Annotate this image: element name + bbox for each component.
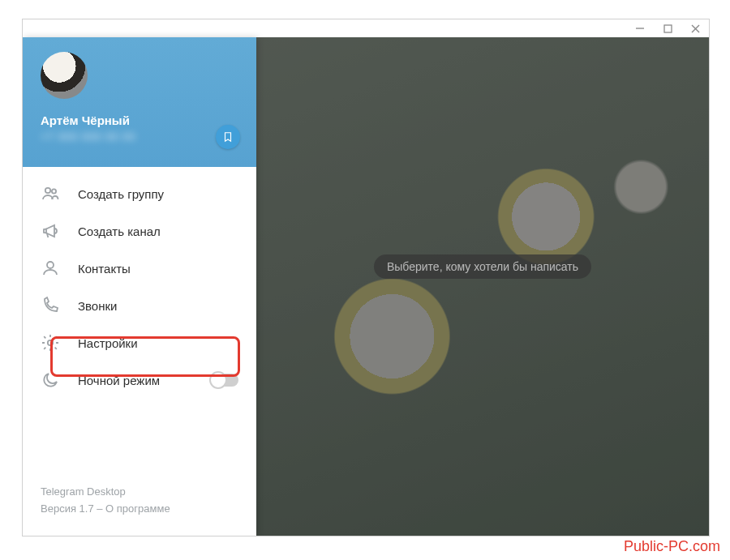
app-window: Артём Чёрный +7 000 000 00 00 Создать гр… [22,19,710,536]
menu-item-settings[interactable]: Настройки [23,324,256,361]
bookmark-icon [222,131,234,143]
titlebar [23,19,709,37]
sidebar: Артём Чёрный +7 000 000 00 00 Создать гр… [23,37,256,536]
menu-label: Звонки [78,299,238,313]
main-background: Выберите, кому хотели бы написать [256,37,709,536]
phone-number: +7 000 000 00 00 [41,130,238,143]
saved-messages-button[interactable] [216,125,240,149]
gear-icon [41,333,60,353]
empty-state-text: Выберите, кому хотели бы написать [374,254,591,279]
footer-about-link[interactable]: О программе [105,502,170,515]
moon-icon [41,370,60,390]
main-overlay [256,37,709,536]
footer: Telegram Desktop Версия 1.7 – О программ… [23,484,256,536]
svg-point-5 [52,189,56,193]
menu-label: Контакты [78,262,238,276]
menu-label: Создать канал [78,224,238,238]
footer-app-name: Telegram Desktop [41,484,238,501]
megaphone-icon [41,221,60,241]
phone-icon [41,296,60,315]
window-close-button[interactable] [686,19,704,37]
avatar[interactable] [41,52,88,99]
svg-point-7 [48,340,53,345]
watermark: Public-PC.com [624,538,720,555]
menu-item-calls[interactable]: Звонки [23,287,256,324]
profile-header: Артём Чёрный +7 000 000 00 00 [23,37,256,167]
menu: Создать группу Создать канал Контакты [23,167,256,407]
menu-item-create-channel[interactable]: Создать канал [23,212,256,250]
menu-item-create-group[interactable]: Создать группу [23,175,256,212]
svg-rect-1 [664,25,672,32]
contact-icon [41,259,60,278]
footer-version: Версия 1.7 – [41,502,105,515]
night-mode-toggle[interactable] [211,374,238,387]
content: Артём Чёрный +7 000 000 00 00 Создать гр… [23,37,709,536]
menu-label: Настройки [78,336,238,350]
menu-item-night-mode[interactable]: Ночной режим [23,361,256,399]
svg-point-4 [45,188,50,193]
window-minimize-button[interactable] [631,19,649,37]
group-icon [41,184,60,203]
window-maximize-button[interactable] [659,19,676,37]
menu-item-contacts[interactable]: Контакты [23,250,256,287]
username: Артём Чёрный [41,113,238,127]
menu-label: Ночной режим [78,374,193,387]
menu-label: Создать группу [78,187,238,201]
footer-version-line: Версия 1.7 – О программе [41,501,238,518]
svg-point-6 [47,262,54,268]
